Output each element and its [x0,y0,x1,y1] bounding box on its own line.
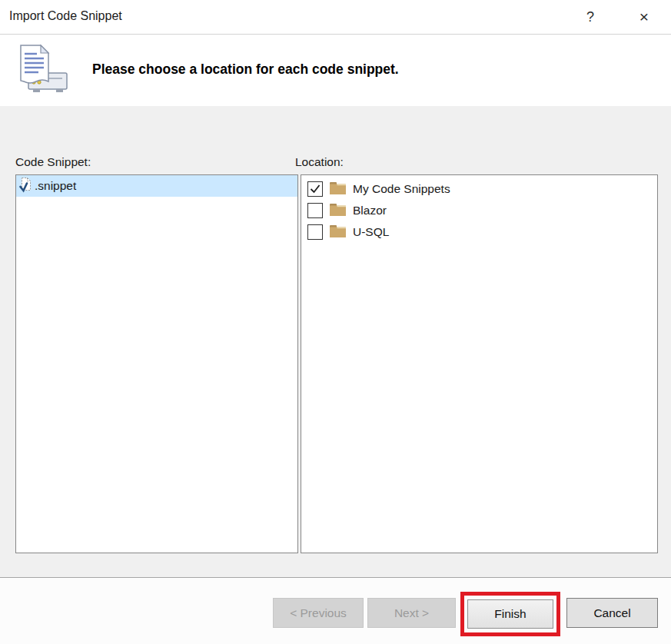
instruction-text: Please choose a location for each code s… [92,61,399,78]
window-title: Import Code Snippet [9,9,122,23]
checkmark-icon [310,184,321,194]
location-item-label: Blazor [353,204,387,217]
help-button[interactable]: ? [573,0,608,34]
red-highlight-annotation: Finish [460,592,560,636]
close-button[interactable]: × [626,0,662,34]
help-icon: ? [586,9,594,25]
previous-button[interactable]: < Previous [273,598,364,628]
list-item-snippet[interactable]: .snippet [16,175,297,197]
title-bar: Import Code Snippet ? × [0,0,671,35]
snippet-file-name: .snippet [35,179,76,193]
checkbox-checked[interactable] [307,181,323,197]
folder-icon [330,224,346,241]
location-tree-items: My Code Snippets Blazor [301,175,657,243]
location-item-blazor[interactable]: Blazor [301,200,657,221]
header-banner: Please choose a location for each code s… [0,35,671,106]
next-button[interactable]: Next > [367,598,456,628]
location-tree[interactable]: My Code Snippets Blazor [301,174,658,553]
import-code-snippet-dialog: Import Code Snippet ? × [0,0,671,644]
cancel-button[interactable]: Cancel [566,598,658,628]
footer-bar: < Previous Next > Finish Cancel [0,579,671,644]
location-label: Location: [295,155,344,169]
dialog-body: Code Snippet: Location: .snippet [0,106,671,578]
folder-icon [330,181,346,198]
code-snippet-label: Code Snippet: [15,155,91,169]
location-item-u-sql[interactable]: U-SQL [301,221,657,243]
checkbox-unchecked[interactable] [307,203,323,218]
code-snippet-list[interactable]: .snippet [15,174,298,553]
finish-button[interactable]: Finish [467,599,553,629]
checkbox-unchecked[interactable] [307,224,323,240]
folder-icon [330,203,346,219]
location-item-label: My Code Snippets [353,182,450,196]
close-icon: × [639,8,649,26]
import-snippet-icon [13,43,68,98]
location-item-my-code-snippets[interactable]: My Code Snippets [301,178,657,200]
location-item-label: U-SQL [353,225,389,239]
snippet-file-icon [19,177,32,196]
